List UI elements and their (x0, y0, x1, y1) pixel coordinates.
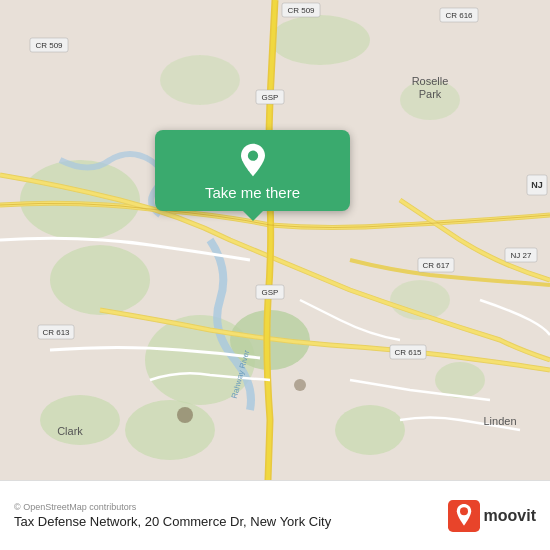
map-pin-icon (235, 142, 271, 178)
svg-point-40 (247, 151, 257, 161)
moovit-text: moovit (484, 507, 536, 525)
svg-point-11 (160, 55, 240, 105)
bottom-bar: © OpenStreetMap contributors Tax Defense… (0, 480, 550, 550)
svg-text:CR 509: CR 509 (35, 41, 63, 50)
svg-point-6 (40, 395, 120, 445)
take-me-there-label: Take me there (205, 184, 300, 201)
svg-point-38 (177, 407, 193, 423)
moovit-icon (448, 500, 480, 532)
svg-text:Park: Park (419, 88, 442, 100)
svg-text:CR 615: CR 615 (394, 348, 422, 357)
take-me-there-popup[interactable]: Take me there (155, 130, 350, 211)
copyright-text: © OpenStreetMap contributors (14, 502, 448, 512)
svg-text:GSP: GSP (262, 288, 279, 297)
svg-point-7 (335, 405, 405, 455)
svg-text:GSP: GSP (262, 93, 279, 102)
svg-text:NJ: NJ (531, 180, 543, 190)
location-name: Tax Defense Network, 20 Commerce Dr, New… (14, 514, 448, 529)
svg-point-2 (50, 245, 150, 315)
map-svg: CR 509 CR 509 CR 616 GSP GSP NJ 27 CR 61… (0, 0, 550, 480)
svg-point-9 (435, 362, 485, 398)
svg-text:NJ 27: NJ 27 (511, 251, 532, 260)
svg-text:CR 613: CR 613 (42, 328, 70, 337)
svg-point-42 (460, 507, 468, 515)
svg-text:CR 617: CR 617 (422, 261, 450, 270)
map-container: CR 509 CR 509 CR 616 GSP GSP NJ 27 CR 61… (0, 0, 550, 480)
location-info: © OpenStreetMap contributors Tax Defense… (14, 502, 448, 529)
svg-text:CR 509: CR 509 (287, 6, 315, 15)
svg-text:CR 616: CR 616 (445, 11, 473, 20)
svg-text:Roselle: Roselle (412, 75, 449, 87)
svg-point-10 (270, 15, 370, 65)
svg-point-39 (294, 379, 306, 391)
svg-text:Linden: Linden (483, 415, 516, 427)
svg-point-5 (125, 400, 215, 460)
moovit-logo[interactable]: moovit (448, 500, 536, 532)
svg-text:Clark: Clark (57, 425, 83, 437)
